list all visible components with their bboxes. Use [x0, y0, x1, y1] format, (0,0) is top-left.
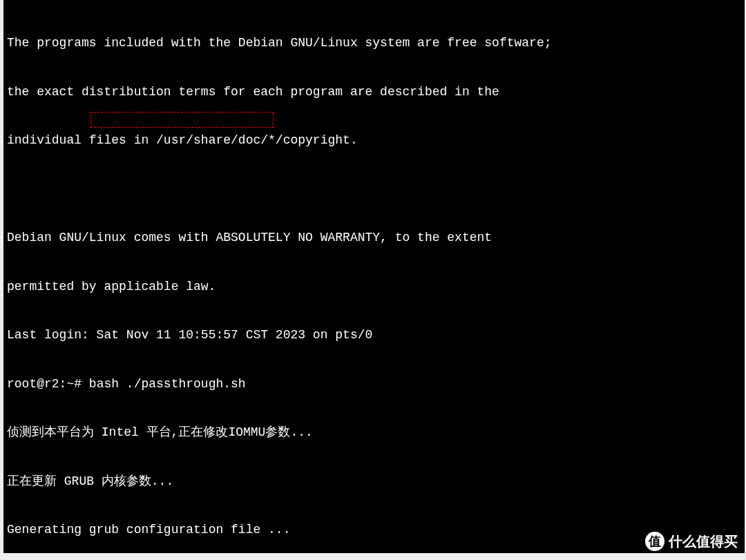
- terminal-output-line: The programs included with the Debian GN…: [7, 35, 741, 52]
- terminal-prompt-line: root@r2:~# bash ./passthrough.sh: [7, 376, 741, 393]
- terminal-output-line: 正在更新 GRUB 内核参数...: [7, 474, 741, 490]
- terminal-output-line: [7, 182, 741, 198]
- prompt-command: bash ./passthrough.sh: [89, 377, 246, 391]
- terminal-output-line: Generating grub configuration file ...: [7, 522, 741, 539]
- terminal-output-line: Last login: Sat Nov 11 10:55:57 CST 2023…: [7, 327, 741, 344]
- terminal-output-line: permitted by applicable law.: [7, 279, 741, 296]
- terminal-output-line: individual files in /usr/share/doc/*/cop…: [7, 133, 741, 149]
- terminal-output-line: 侦测到本平台为 Intel 平台,正在修改IOMMU参数...: [7, 425, 741, 441]
- terminal-window[interactable]: The programs included with the Debian GN…: [3, 0, 745, 553]
- terminal-output-line: Debian GNU/Linux comes with ABSOLUTELY N…: [7, 230, 741, 247]
- prompt-prefix: root@r2:~#: [7, 377, 89, 391]
- watermark-text: 什么值得买: [669, 532, 738, 551]
- watermark-badge-icon: 值: [645, 532, 664, 551]
- watermark: 值 什么值得买: [645, 532, 738, 551]
- terminal-output-line: the exact distribution terms for each pr…: [7, 84, 741, 101]
